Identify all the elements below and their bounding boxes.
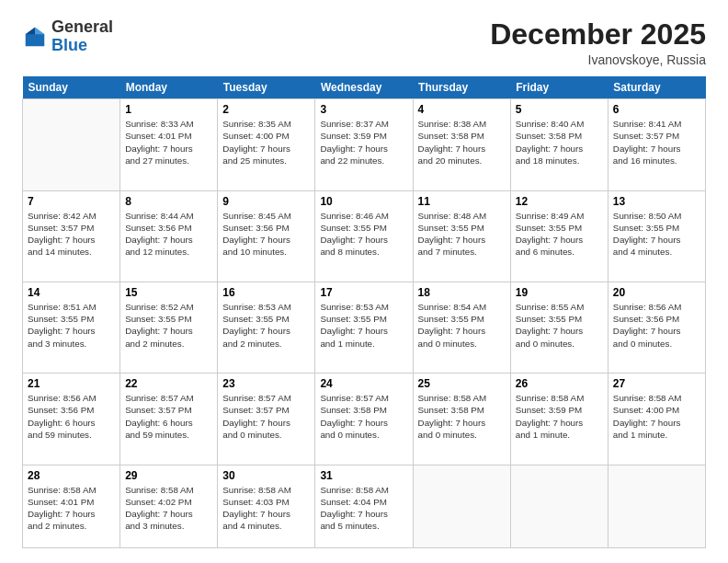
calendar-cell: 7Sunrise: 8:42 AM Sunset: 3:57 PM Daylig… <box>23 190 120 282</box>
calendar-cell: 5Sunrise: 8:40 AM Sunset: 3:58 PM Daylig… <box>510 99 608 190</box>
calendar-week-3: 14Sunrise: 8:51 AM Sunset: 3:55 PM Dayli… <box>23 282 706 373</box>
day-number: 22 <box>125 377 212 390</box>
calendar-cell: 4Sunrise: 8:38 AM Sunset: 3:58 PM Daylig… <box>413 99 510 190</box>
day-number: 21 <box>28 377 115 390</box>
day-info: Sunrise: 8:56 AM Sunset: 3:56 PM Dayligh… <box>28 392 115 441</box>
day-number: 12 <box>516 195 603 208</box>
col-header-wednesday: Wednesday <box>315 76 413 99</box>
day-info: Sunrise: 8:33 AM Sunset: 4:01 PM Dayligh… <box>125 118 212 167</box>
logo-text: General Blue <box>51 18 113 55</box>
calendar-cell: 20Sunrise: 8:56 AM Sunset: 3:56 PM Dayli… <box>608 282 705 373</box>
calendar-cell: 10Sunrise: 8:46 AM Sunset: 3:55 PM Dayli… <box>315 190 413 282</box>
day-number: 6 <box>613 103 700 116</box>
day-number: 24 <box>320 377 407 390</box>
day-info: Sunrise: 8:42 AM Sunset: 3:57 PM Dayligh… <box>28 210 115 259</box>
calendar-cell <box>413 465 510 547</box>
calendar-cell <box>510 465 608 547</box>
day-number: 2 <box>222 103 310 116</box>
day-info: Sunrise: 8:50 AM Sunset: 3:55 PM Dayligh… <box>613 210 700 259</box>
location: Ivanovskoye, Russia <box>490 52 706 67</box>
calendar-cell: 15Sunrise: 8:52 AM Sunset: 3:55 PM Dayli… <box>120 282 218 373</box>
calendar-cell: 13Sunrise: 8:50 AM Sunset: 3:55 PM Dayli… <box>608 190 705 282</box>
day-number: 3 <box>320 103 407 116</box>
day-info: Sunrise: 8:57 AM Sunset: 3:57 PM Dayligh… <box>222 392 310 441</box>
calendar-cell: 21Sunrise: 8:56 AM Sunset: 3:56 PM Dayli… <box>23 373 120 465</box>
day-info: Sunrise: 8:37 AM Sunset: 3:59 PM Dayligh… <box>320 118 407 167</box>
day-number: 25 <box>418 377 506 390</box>
logo-general: General <box>51 18 113 37</box>
calendar-cell: 8Sunrise: 8:44 AM Sunset: 3:56 PM Daylig… <box>120 190 218 282</box>
day-info: Sunrise: 8:40 AM Sunset: 3:58 PM Dayligh… <box>516 118 603 167</box>
col-header-sunday: Sunday <box>23 76 120 99</box>
logo-icon <box>22 24 48 50</box>
day-info: Sunrise: 8:55 AM Sunset: 3:55 PM Dayligh… <box>516 301 603 350</box>
calendar-cell: 11Sunrise: 8:48 AM Sunset: 3:55 PM Dayli… <box>413 190 510 282</box>
col-header-saturday: Saturday <box>608 76 705 99</box>
calendar-header-row: SundayMondayTuesdayWednesdayThursdayFrid… <box>23 76 706 99</box>
svg-marker-2 <box>26 28 35 34</box>
day-number: 16 <box>222 286 310 299</box>
calendar-cell <box>23 99 120 190</box>
header: General Blue December 2025 Ivanovskoye, … <box>22 18 706 67</box>
day-number: 28 <box>28 469 115 482</box>
day-number: 1 <box>125 103 212 116</box>
calendar-cell: 23Sunrise: 8:57 AM Sunset: 3:57 PM Dayli… <box>218 373 315 465</box>
calendar-cell: 2Sunrise: 8:35 AM Sunset: 4:00 PM Daylig… <box>218 99 315 190</box>
calendar-week-5: 28Sunrise: 8:58 AM Sunset: 4:01 PM Dayli… <box>23 465 706 547</box>
day-info: Sunrise: 8:35 AM Sunset: 4:00 PM Dayligh… <box>222 118 310 167</box>
calendar-cell: 19Sunrise: 8:55 AM Sunset: 3:55 PM Dayli… <box>510 282 608 373</box>
day-number: 23 <box>222 377 310 390</box>
day-info: Sunrise: 8:48 AM Sunset: 3:55 PM Dayligh… <box>418 210 506 259</box>
calendar-cell: 29Sunrise: 8:58 AM Sunset: 4:02 PM Dayli… <box>120 465 218 547</box>
day-info: Sunrise: 8:49 AM Sunset: 3:55 PM Dayligh… <box>516 210 603 259</box>
calendar-cell: 9Sunrise: 8:45 AM Sunset: 3:56 PM Daylig… <box>218 190 315 282</box>
day-number: 19 <box>516 286 603 299</box>
day-number: 8 <box>125 195 212 208</box>
page: General Blue December 2025 Ivanovskoye, … <box>0 0 728 563</box>
day-info: Sunrise: 8:52 AM Sunset: 3:55 PM Dayligh… <box>125 301 212 350</box>
day-info: Sunrise: 8:53 AM Sunset: 3:55 PM Dayligh… <box>222 301 310 350</box>
day-number: 5 <box>516 103 603 116</box>
day-info: Sunrise: 8:56 AM Sunset: 3:56 PM Dayligh… <box>613 301 700 350</box>
day-info: Sunrise: 8:58 AM Sunset: 4:04 PM Dayligh… <box>320 484 407 533</box>
calendar-cell: 17Sunrise: 8:53 AM Sunset: 3:55 PM Dayli… <box>315 282 413 373</box>
calendar-cell: 1Sunrise: 8:33 AM Sunset: 4:01 PM Daylig… <box>120 99 218 190</box>
day-number: 26 <box>516 377 603 390</box>
calendar-cell: 22Sunrise: 8:57 AM Sunset: 3:57 PM Dayli… <box>120 373 218 465</box>
day-info: Sunrise: 8:46 AM Sunset: 3:55 PM Dayligh… <box>320 210 407 259</box>
day-number: 18 <box>418 286 506 299</box>
day-info: Sunrise: 8:57 AM Sunset: 3:57 PM Dayligh… <box>125 392 212 441</box>
day-info: Sunrise: 8:58 AM Sunset: 4:01 PM Dayligh… <box>28 484 115 533</box>
day-info: Sunrise: 8:44 AM Sunset: 3:56 PM Dayligh… <box>125 210 212 259</box>
calendar-cell: 25Sunrise: 8:58 AM Sunset: 3:58 PM Dayli… <box>413 373 510 465</box>
day-info: Sunrise: 8:58 AM Sunset: 4:00 PM Dayligh… <box>613 392 700 441</box>
logo-blue: Blue <box>51 37 113 55</box>
day-number: 13 <box>613 195 700 208</box>
day-number: 31 <box>320 469 407 482</box>
day-info: Sunrise: 8:58 AM Sunset: 4:02 PM Dayligh… <box>125 484 212 533</box>
calendar-cell: 30Sunrise: 8:58 AM Sunset: 4:03 PM Dayli… <box>218 465 315 547</box>
day-number: 9 <box>222 195 310 208</box>
day-info: Sunrise: 8:41 AM Sunset: 3:57 PM Dayligh… <box>613 118 700 167</box>
calendar-cell: 31Sunrise: 8:58 AM Sunset: 4:04 PM Dayli… <box>315 465 413 547</box>
calendar-cell: 27Sunrise: 8:58 AM Sunset: 4:00 PM Dayli… <box>608 373 705 465</box>
col-header-monday: Monday <box>120 76 218 99</box>
logo: General Blue <box>22 18 113 55</box>
day-number: 11 <box>418 195 506 208</box>
title-block: December 2025 Ivanovskoye, Russia <box>490 18 706 67</box>
day-number: 20 <box>613 286 700 299</box>
day-number: 15 <box>125 286 212 299</box>
col-header-thursday: Thursday <box>413 76 510 99</box>
calendar-cell: 16Sunrise: 8:53 AM Sunset: 3:55 PM Dayli… <box>218 282 315 373</box>
day-number: 17 <box>320 286 407 299</box>
day-number: 4 <box>418 103 506 116</box>
calendar-cell: 14Sunrise: 8:51 AM Sunset: 3:55 PM Dayli… <box>23 282 120 373</box>
day-number: 10 <box>320 195 407 208</box>
day-number: 29 <box>125 469 212 482</box>
calendar-cell: 3Sunrise: 8:37 AM Sunset: 3:59 PM Daylig… <box>315 99 413 190</box>
calendar-cell: 18Sunrise: 8:54 AM Sunset: 3:55 PM Dayli… <box>413 282 510 373</box>
calendar-cell: 12Sunrise: 8:49 AM Sunset: 3:55 PM Dayli… <box>510 190 608 282</box>
calendar-cell <box>608 465 705 547</box>
day-info: Sunrise: 8:45 AM Sunset: 3:56 PM Dayligh… <box>222 210 310 259</box>
day-info: Sunrise: 8:38 AM Sunset: 3:58 PM Dayligh… <box>418 118 506 167</box>
